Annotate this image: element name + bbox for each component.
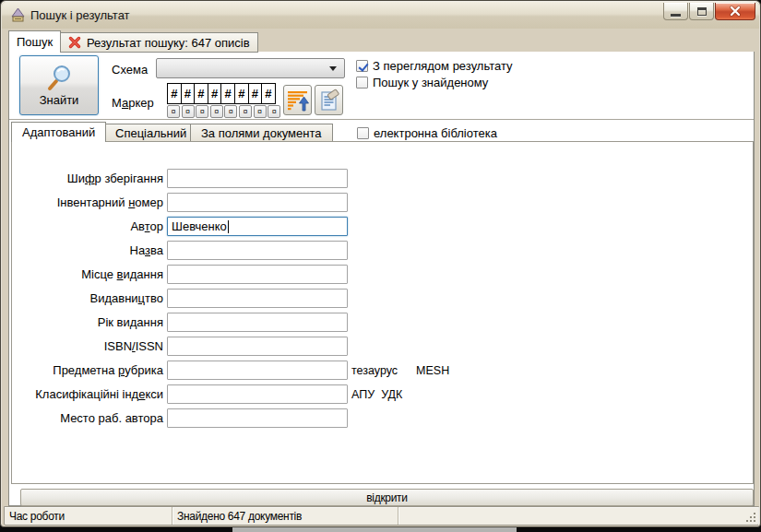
side-link-апу[interactable]: АПУ bbox=[351, 388, 375, 401]
marker-hash-cell[interactable]: # bbox=[208, 83, 222, 104]
checkbox-search-in-found-label: Пошук у знайденому bbox=[373, 76, 488, 89]
field-input-year[interactable] bbox=[167, 313, 348, 332]
tab-results[interactable]: Результат пошуку: 647 описів bbox=[60, 32, 258, 53]
field-label-inventory-number: Інвентарний номер bbox=[12, 195, 163, 209]
chevron-down-icon bbox=[329, 66, 337, 71]
checkbox-search-in-found[interactable]: Пошук у знайденому bbox=[356, 76, 488, 89]
form-row-subject-heading: Предметна рубрикатезаурусMESH bbox=[12, 361, 753, 381]
close-button[interactable] bbox=[715, 3, 755, 20]
field-input-shelf-code[interactable] bbox=[167, 169, 348, 188]
status-time-label: Час роботи bbox=[9, 510, 65, 523]
status-panel-empty bbox=[398, 507, 758, 525]
field-label-author-workplace: Место раб. автора bbox=[12, 411, 163, 425]
statusbar: Час роботи Знайдено 647 документів bbox=[4, 506, 759, 526]
tab-search[interactable]: Пошук bbox=[8, 30, 61, 53]
marker-toggle-button[interactable]: ¤ bbox=[196, 105, 208, 118]
tab-results-close-icon[interactable] bbox=[68, 36, 81, 49]
marker-toggle-button[interactable]: ¤ bbox=[182, 105, 195, 118]
subtab-special[interactable]: Спеціальний bbox=[104, 124, 197, 142]
marker-hash-cell[interactable]: # bbox=[167, 83, 182, 104]
field-input-publisher[interactable] bbox=[167, 289, 348, 308]
field-label-subject-heading: Предметна рубрика bbox=[12, 363, 163, 377]
checkbox-elibrary-label: електронна бібліотека bbox=[374, 126, 497, 140]
side-link-mesh[interactable]: MESH bbox=[416, 364, 449, 377]
field-input-inventory-number[interactable] bbox=[167, 193, 348, 212]
form-row-shelf-code: Шифр зберігання bbox=[12, 169, 753, 189]
status-panel-time: Час роботи bbox=[5, 507, 172, 525]
search-form-group: Шифр зберіганняІнвентарний номерАвторШев… bbox=[11, 141, 754, 484]
marker-hash-cell[interactable]: # bbox=[194, 83, 208, 104]
sort-button[interactable] bbox=[283, 85, 312, 115]
desktop-strip bbox=[232, 527, 517, 532]
form-row-place: Місце видання bbox=[12, 265, 753, 285]
field-input-title[interactable] bbox=[167, 241, 348, 260]
field-label-class-index: Класифікаційні індекси bbox=[12, 387, 163, 401]
checkbox-elibrary-box[interactable] bbox=[357, 127, 369, 139]
side-link-удк[interactable]: УДК bbox=[381, 388, 402, 401]
marker-hash-cell[interactable]: # bbox=[220, 83, 235, 104]
window-title: Пошук і результат bbox=[30, 8, 130, 22]
field-input-author[interactable]: Шевченко bbox=[167, 217, 348, 236]
open-button[interactable]: відкрити bbox=[20, 489, 754, 506]
marker-hash-cell[interactable]: # bbox=[261, 83, 276, 104]
marker-label: Маркер bbox=[112, 96, 154, 110]
find-button-label: Знайти bbox=[40, 93, 79, 107]
field-label-shelf-code: Шифр зберігання bbox=[12, 171, 163, 185]
field-input-place[interactable] bbox=[167, 265, 348, 284]
marker-hash-row: ######## bbox=[167, 83, 276, 104]
field-input-class-index[interactable] bbox=[167, 384, 348, 404]
schema-select[interactable] bbox=[156, 58, 345, 78]
checkbox-view-results-label: З переглядом результату bbox=[373, 59, 513, 73]
checkbox-view-results-box[interactable] bbox=[356, 60, 368, 72]
field-label-publisher: Видавництво bbox=[12, 291, 163, 305]
marker-toggle-row: ¤¤¤¤¤¤¤¤ bbox=[167, 105, 280, 118]
search-toolbar: Знайти Схема Маркер ######## ¤¤¤¤¤¤¤¤ bbox=[9, 52, 754, 120]
side-links-subject-heading: тезаурусMESH bbox=[351, 364, 449, 377]
field-input-subject-heading[interactable] bbox=[167, 361, 348, 380]
tab-results-label: Результат пошуку: 647 описів bbox=[87, 36, 250, 50]
marker-hash-cell[interactable]: # bbox=[181, 83, 196, 104]
field-label-author: Автор bbox=[12, 219, 163, 233]
status-panel-found: Знайдено 647 документів bbox=[172, 507, 398, 525]
status-found-label: Знайдено 647 документів bbox=[177, 510, 302, 523]
field-input-isbn[interactable] bbox=[167, 337, 348, 356]
text-caret bbox=[228, 220, 229, 233]
side-link-тезаурус[interactable]: тезаурус bbox=[351, 364, 398, 377]
field-input-author-workplace[interactable] bbox=[167, 408, 348, 428]
checkbox-elibrary[interactable]: електронна бібліотека bbox=[357, 126, 497, 140]
form-row-title: Назва bbox=[12, 241, 753, 261]
tab-search-label: Пошук bbox=[17, 35, 53, 49]
marker-toggle-button[interactable]: ¤ bbox=[254, 105, 267, 118]
subtab-by-fields[interactable]: За полями документа bbox=[190, 124, 333, 142]
resize-grip[interactable] bbox=[745, 512, 756, 523]
find-button[interactable]: Знайти bbox=[19, 55, 99, 115]
maximize-button[interactable] bbox=[689, 3, 714, 20]
checkbox-search-in-found-box[interactable] bbox=[356, 77, 368, 89]
marker-toggle-button[interactable]: ¤ bbox=[210, 105, 223, 118]
minimize-icon bbox=[671, 14, 681, 17]
open-button-label: відкрити bbox=[366, 491, 407, 504]
marker-hash-cell[interactable]: # bbox=[234, 83, 249, 104]
marker-toggle-button[interactable]: ¤ bbox=[268, 105, 280, 118]
subtab-adapted[interactable]: Адаптований bbox=[11, 122, 106, 142]
marker-toggle-button[interactable]: ¤ bbox=[224, 105, 237, 118]
marker-toggle-button[interactable]: ¤ bbox=[239, 105, 252, 118]
minimize-button[interactable] bbox=[663, 3, 688, 20]
form-row-publisher: Видавництво bbox=[12, 289, 753, 309]
marker-hash-cell[interactable]: # bbox=[248, 83, 263, 104]
clear-form-icon bbox=[317, 89, 341, 112]
field-label-isbn: ISBN/ISSN bbox=[12, 339, 163, 353]
app-window: Пошук і результат Пошук Результат пошуку… bbox=[0, 0, 761, 527]
app-icon bbox=[10, 7, 26, 23]
marker-toggle-button[interactable]: ¤ bbox=[167, 105, 180, 118]
checkbox-view-results[interactable]: З переглядом результату bbox=[356, 59, 513, 73]
form-row-inventory-number: Інвентарний номер bbox=[12, 193, 753, 213]
search-icon bbox=[45, 64, 73, 91]
schema-label: Схема bbox=[112, 63, 148, 77]
titlebar[interactable]: Пошук і результат bbox=[2, 2, 759, 29]
sort-ascending-icon bbox=[286, 89, 310, 112]
clear-button[interactable] bbox=[315, 85, 343, 115]
subtab-adapted-label: Адаптований bbox=[22, 125, 95, 139]
maximize-icon bbox=[697, 7, 707, 16]
field-label-place: Місце видання bbox=[12, 267, 163, 281]
